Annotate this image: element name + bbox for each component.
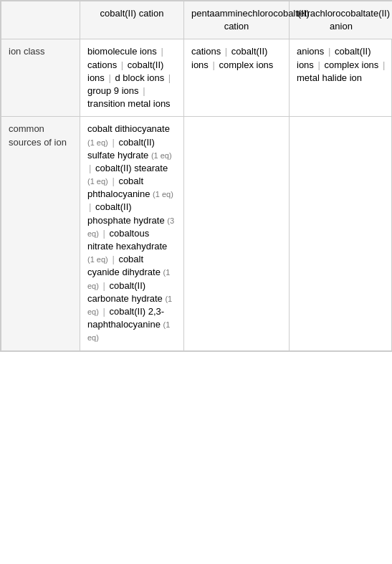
sources-row-header: common sources of ion [1, 117, 80, 350]
pipe-1: | [161, 46, 163, 57]
sources-col2 [184, 117, 290, 350]
src-pipe-2: | [89, 163, 94, 173]
col-header-empty [1, 1, 80, 39]
pipe-6: | [225, 46, 230, 57]
ion-class-col1: biomolecule ions | cations | cobalt(II) … [80, 39, 184, 117]
ion-class-col2: cations | cobalt(II) ions | complex ions [184, 39, 290, 117]
ion-class-col1-text: biomolecule ions [87, 46, 157, 57]
pipe-4: | [168, 72, 171, 83]
src-pipe-3: | [112, 176, 117, 186]
source-cobalt-phthalocyanine-eq: (1 eq) [153, 190, 173, 199]
ion-class-col3-metal: metal halide ion [297, 72, 362, 83]
pipe-9: | [317, 59, 322, 70]
col-header-cobalt-cation: cobalt(II) cation [80, 1, 184, 39]
src-pipe-6: | [112, 254, 117, 264]
sources-col1: cobalt dithiocyanate (1 eq) | cobalt(II)… [80, 117, 184, 350]
ion-class-col1-cations: cations [87, 59, 117, 70]
pipe-10: | [383, 59, 385, 70]
pipe-2: | [121, 59, 126, 70]
pipe-8: | [328, 46, 333, 57]
ion-class-col1-dblock: d block ions [115, 72, 164, 83]
ion-class-col2-complex: complex ions [219, 59, 273, 70]
sources-row-header-text: common sources of ion [9, 123, 67, 147]
sources-col3 [290, 117, 393, 350]
source-cobalt-stearate-eq: (1 eq) [87, 177, 108, 186]
source-cobalt-stearate: cobalt(II) stearate [95, 163, 168, 173]
ion-class-row-header: ion class [1, 39, 80, 117]
pipe-7: | [212, 59, 217, 70]
ion-class-col1-transition: transition metal ions [87, 98, 171, 109]
source-cobaltous-nitrate-eq: (1 eq) [87, 255, 108, 264]
header-row: cobalt(II) cation pentaamminechlorocobal… [1, 1, 393, 39]
col-header-tetrachloro-text: tetrachlorocobaltate(II) anion [297, 8, 390, 32]
sources-row: common sources of ion cobalt dithiocyana… [1, 117, 393, 350]
main-table-wrapper: cobalt(II) cation pentaamminechlorocobal… [0, 0, 392, 352]
col-header-tetrachloro: tetrachlorocobaltate(II) anion [290, 1, 393, 39]
source-cobalt-dithiocyanate: cobalt dithiocyanate [87, 123, 170, 134]
src-pipe-4: | [89, 201, 94, 212]
source-cobalt-carbonate: cobalt(II) carbonate hydrate [87, 280, 163, 304]
source-cobalt-sulfate-eq: (1 eq) [151, 151, 172, 160]
src-pipe-5: | [103, 228, 108, 239]
src-pipe-1: | [112, 137, 117, 148]
ion-class-col3-anions: anions [297, 46, 324, 57]
source-cobaltous-nitrate: cobaltous nitrate hexahydrate [87, 228, 167, 252]
src-pipe-7: | [103, 280, 108, 291]
col-header-pentaamine: pentaamminechlorocobalt(II) cation [184, 1, 290, 39]
ion-class-col1-group9: group 9 ions [87, 85, 139, 96]
src-pipe-8: | [103, 306, 108, 317]
data-table: cobalt(II) cation pentaamminechlorocobal… [1, 1, 392, 351]
pipe-3: | [108, 72, 113, 83]
ion-class-col3: anions | cobalt(II) ions | complex ions … [290, 39, 393, 117]
pipe-5: | [143, 85, 145, 96]
ion-class-col2-cations: cations [191, 46, 221, 57]
source-cobalt-naphthalocyanine: cobalt(II) 2,3-naphthalocyanine [87, 306, 164, 330]
ion-class-row: ion class biomolecule ions | cations | c… [1, 39, 393, 117]
ion-class-col3-complex: complex ions [324, 59, 378, 70]
source-cobalt-phosphate: cobalt(II) phosphate hydrate [87, 201, 165, 225]
source-cobalt-dithiocyanate-eq: (1 eq) [87, 138, 108, 147]
